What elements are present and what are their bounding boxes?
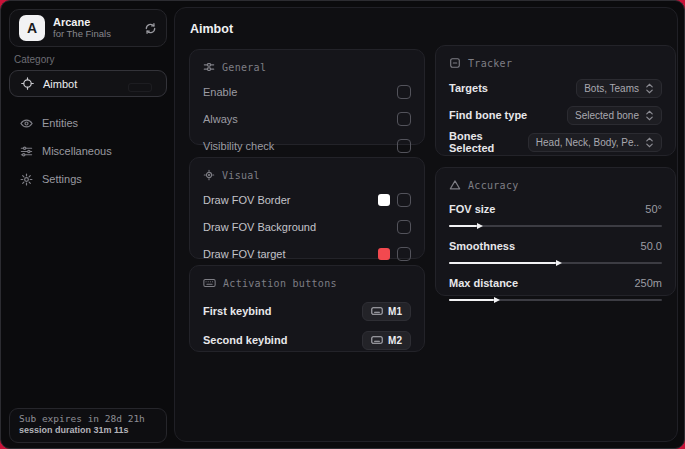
app-subtitle: for The Finals: [53, 29, 136, 40]
second-keybind-value: M2: [388, 335, 402, 346]
max-distance-value: 250m: [634, 277, 662, 289]
find-bone-type-value: Selected bone: [575, 110, 639, 121]
fov-size-slider[interactable]: [449, 221, 662, 231]
accuracy-card-header: Accuracy: [449, 178, 662, 192]
draw-fov-background-checkbox[interactable]: [397, 220, 411, 234]
category-label: Category: [14, 54, 55, 65]
sync-icon[interactable]: [144, 22, 157, 35]
bones-selected-value: Head, Neck, Body, Pe..: [536, 137, 639, 148]
draw-fov-target-checkbox[interactable]: [397, 247, 411, 261]
accuracy-card: Accuracy FOV size 50° Smoothness 50.0: [435, 167, 676, 296]
first-keybind-label: First keybind: [203, 305, 271, 317]
max-distance-label: Max distance: [449, 277, 518, 289]
fov-size-value: 50°: [645, 203, 662, 215]
fov-border-color-swatch[interactable]: [378, 194, 390, 206]
setting-row: Find bone type Selected bone: [449, 106, 662, 124]
sidebar: A Arcane for The Finals Category: [1, 1, 174, 448]
tracker-card-header: Tracker: [449, 56, 662, 70]
draw-fov-background-label: Draw FOV Background: [203, 221, 316, 233]
setting-row: Smoothness 50.0: [449, 237, 662, 255]
bones-selected-select[interactable]: Head, Neck, Body, Pe..: [528, 133, 662, 152]
targets-value: Bots, Teams: [584, 83, 639, 94]
general-card-header: General: [203, 60, 411, 74]
session-duration-text: session duration 31m 11s: [19, 425, 157, 435]
visual-icon: [203, 169, 215, 181]
max-distance-slider[interactable]: [449, 295, 662, 305]
activation-card-title: Activation buttons: [223, 278, 337, 289]
chevrons-up-down-icon: [645, 137, 654, 148]
setting-row: Draw FOV Border: [203, 191, 411, 209]
slider-fill: [449, 299, 494, 301]
visual-card: Visual Draw FOV Border Draw FOV Backgrou…: [189, 157, 425, 259]
setting-row: First keybind M1: [203, 302, 411, 320]
visual-card-title: Visual: [222, 170, 260, 181]
slider-track[interactable]: [449, 299, 662, 301]
always-checkbox[interactable]: [397, 112, 411, 126]
setting-row: Max distance 250m: [449, 274, 662, 292]
visibility-check-label: Visibility check: [203, 140, 274, 152]
slider-track[interactable]: [449, 225, 662, 227]
eye-icon: [20, 117, 33, 130]
fov-target-color-swatch[interactable]: [378, 248, 390, 260]
accuracy-icon: [449, 179, 461, 191]
setting-row: Bones Selected Head, Neck, Body, Pe..: [449, 133, 662, 151]
slider-thumb[interactable]: [556, 260, 562, 266]
setting-row: Always: [203, 110, 411, 128]
sidebar-menu: Aimbot Entities: [9, 70, 167, 189]
sidebar-item-miscellaneous[interactable]: Miscellaneous: [9, 141, 167, 161]
smoothness-slider[interactable]: [449, 258, 662, 268]
targets-label: Targets: [449, 82, 488, 94]
draw-fov-target-label: Draw FOV target: [203, 248, 286, 260]
setting-row: Second keybind M2: [203, 331, 411, 349]
visual-card-header: Visual: [203, 168, 411, 182]
sidebar-item-entities[interactable]: Entities: [9, 113, 167, 133]
activation-card: Activation buttons First keybind M1 Seco…: [189, 265, 425, 352]
draw-fov-border-label: Draw FOV Border: [203, 194, 290, 206]
app-title: Arcane: [53, 16, 136, 29]
tracker-icon: [449, 57, 461, 69]
slider-thumb[interactable]: [477, 223, 483, 229]
gear-icon: [20, 173, 33, 186]
first-keybind-button[interactable]: M1: [362, 302, 411, 321]
slider-thumb[interactable]: [494, 297, 500, 303]
chevrons-up-down-icon: [645, 83, 654, 94]
general-icon: [203, 61, 215, 73]
fov-size-label: FOV size: [449, 203, 495, 215]
app-logo: A: [19, 15, 45, 41]
activation-card-header: Activation buttons: [203, 276, 411, 290]
sidebar-item-settings[interactable]: Settings: [9, 169, 167, 189]
find-bone-type-select[interactable]: Selected bone: [567, 106, 662, 125]
slider-track[interactable]: [449, 262, 662, 264]
always-label: Always: [203, 113, 238, 125]
brand-card: A Arcane for The Finals: [9, 9, 167, 47]
page-title: Aimbot: [190, 22, 233, 36]
brand-text: Arcane for The Finals: [53, 16, 136, 40]
sidebar-item-aimbot[interactable]: Aimbot: [9, 70, 167, 97]
sidebar-item-label: Settings: [42, 173, 82, 185]
setting-row: Draw FOV target: [203, 245, 411, 263]
setting-row: FOV size 50°: [449, 200, 662, 218]
sidebar-item-label: Aimbot: [43, 78, 77, 90]
enable-checkbox[interactable]: [397, 85, 411, 99]
sliders-icon: [20, 145, 33, 158]
first-keybind-value: M1: [388, 306, 402, 317]
sub-expiry-text: Sub expires in 28d 21h: [19, 413, 157, 424]
app-window: A Arcane for The Finals Category: [0, 0, 685, 449]
accuracy-card-title: Accuracy: [468, 180, 519, 191]
draw-fov-border-checkbox[interactable]: [397, 193, 411, 207]
tracker-card: Tracker Targets Bots, Teams Find bone ty…: [435, 45, 676, 156]
visibility-check-checkbox[interactable]: [397, 139, 411, 153]
find-bone-type-label: Find bone type: [449, 109, 527, 121]
second-keybind-label: Second keybind: [203, 334, 287, 346]
targets-select[interactable]: Bots, Teams: [576, 79, 662, 98]
bones-selected-label: Bones Selected: [449, 130, 528, 154]
main-panel: Aimbot General Enable Always Visibility …: [174, 7, 678, 442]
second-keybind-button[interactable]: M2: [362, 331, 411, 350]
slider-fill: [449, 225, 477, 227]
tracker-card-title: Tracker: [468, 58, 512, 69]
sidebar-item-label: Miscellaneous: [42, 145, 112, 157]
keyboard-icon: [203, 277, 216, 289]
keyboard-icon: [371, 335, 383, 345]
enable-label: Enable: [203, 86, 237, 98]
aimbot-hint-box: [128, 83, 152, 92]
